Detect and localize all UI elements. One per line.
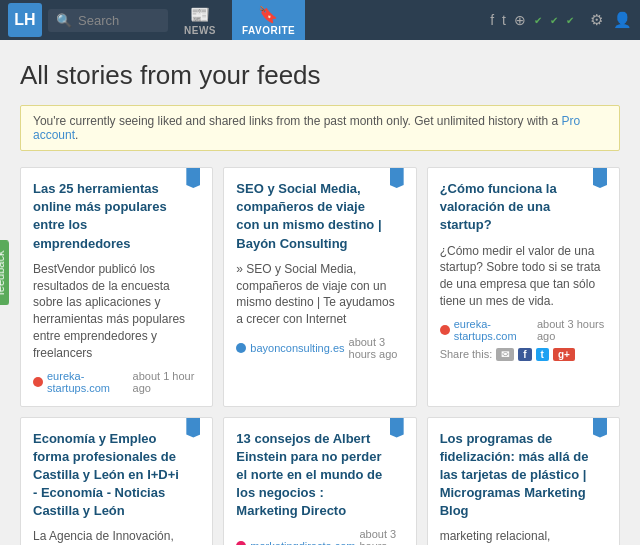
card-time-0: about 1 hour ago [133,370,201,394]
search-area[interactable]: 🔍 [48,9,168,32]
card-body-3: La Agencia de Innovación, Financiación e… [33,528,200,545]
bookmark-icon-2[interactable] [593,168,607,188]
card-5: Los programas de fidelización: más allá … [427,417,620,545]
source-link-0[interactable]: eureka-startups.com [47,370,129,394]
tab-news-label: NEWS [184,25,216,36]
card-title-0[interactable]: Las 25 herramientas online más populares… [33,180,200,253]
card-body-2: ¿Cómo medir el valor de una startup? Sob… [440,243,607,310]
social-icons: f t ⊕ ✔ ✔ ✔ [490,12,574,28]
card-title-4[interactable]: 13 consejos de Albert Einstein para no p… [236,430,403,521]
card-2: ¿Cómo funciona la valoración de una star… [427,167,620,407]
share-label: Share this: [440,348,493,360]
tab-news[interactable]: 📰 NEWS [174,0,226,40]
bookmark-icon-1[interactable] [390,168,404,188]
main-content: All stories from your feeds You're curre… [0,40,640,545]
rss-icon[interactable]: ⊕ [514,12,526,28]
facebook-icon[interactable]: f [490,12,494,28]
card-title-1[interactable]: SEO y Social Media, compañeros de viaje … [236,180,403,253]
logo: LH [8,3,42,37]
share-twitter-btn[interactable]: t [536,348,549,361]
info-bar: You're currently seeing liked and shared… [20,105,620,151]
bookmark-icon-3[interactable] [186,418,200,438]
card-body-1: » SEO y Social Media, compañeros de viaj… [236,261,403,328]
card-time-4: about 3 hours ago [359,528,403,545]
feedback-tab[interactable]: feedback [0,240,9,305]
cards-grid: Las 25 herramientas online más populares… [20,167,620,545]
card-title-3[interactable]: Economía y Empleo forma profesionales de… [33,430,200,521]
page-title: All stories from your feeds [20,60,620,91]
source-dot-1 [236,343,246,353]
favorite-icon: 🔖 [258,5,279,24]
source-dot-2 [440,325,450,335]
card-source-4: marketingdirecto.com about 3 hours ago [236,528,403,545]
check3-icon: ✔ [566,15,574,26]
tab-favorite-label: FAVORITE [242,25,295,36]
search-input[interactable] [78,13,158,28]
check1-icon: ✔ [534,15,542,26]
twitter-icon[interactable]: t [502,12,506,28]
bookmark-icon-5[interactable] [593,418,607,438]
share-row-2: Share this: ✉ f t g+ [440,348,607,361]
card-3: Economía y Empleo forma profesionales de… [20,417,213,545]
tab-favorite[interactable]: 🔖 FAVORITE [232,0,305,40]
share-facebook-btn[interactable]: f [518,348,531,361]
search-icon: 🔍 [56,13,72,28]
card-body-5: marketing relacional, fidelización, geom… [440,528,607,545]
source-link-4[interactable]: marketingdirecto.com [250,540,355,545]
info-text: You're currently seeing liked and shared… [33,114,562,128]
card-1: SEO y Social Media, compañeros de viaje … [223,167,416,407]
header-right: ⚙ 👤 [590,11,632,29]
card-time-1: about 3 hours ago [349,336,404,360]
card-time-2: about 3 hours ago [537,318,607,342]
settings-icon[interactable]: ⚙ [590,11,603,29]
card-title-5[interactable]: Los programas de fidelización: más allá … [440,430,607,521]
card-source-0: eureka-startups.com about 1 hour ago [33,370,200,394]
info-text-end: . [75,128,78,142]
share-gplus-btn[interactable]: g+ [553,348,575,361]
source-dot-4 [236,541,246,545]
card-source-1: bayonconsulting.es about 3 hours ago [236,336,403,360]
check2-icon: ✔ [550,15,558,26]
card-source-2: eureka-startups.com about 3 hours ago [440,318,607,342]
card-title-2[interactable]: ¿Cómo funciona la valoración de una star… [440,180,607,235]
user-icon[interactable]: 👤 [613,11,632,29]
bookmark-icon-0[interactable] [186,168,200,188]
card-body-0: BestVendor publicó los resultados de la … [33,261,200,362]
source-dot-0 [33,377,43,387]
bookmark-icon-4[interactable] [390,418,404,438]
card-4: 13 consejos de Albert Einstein para no p… [223,417,416,545]
news-icon: 📰 [190,5,211,24]
card-0: Las 25 herramientas online más populares… [20,167,213,407]
source-link-2[interactable]: eureka-startups.com [454,318,533,342]
share-email-btn[interactable]: ✉ [496,348,514,361]
header: LH 🔍 📰 NEWS 🔖 FAVORITE f t ⊕ ✔ ✔ ✔ ⚙ 👤 [0,0,640,40]
source-link-1[interactable]: bayonconsulting.es [250,342,344,354]
